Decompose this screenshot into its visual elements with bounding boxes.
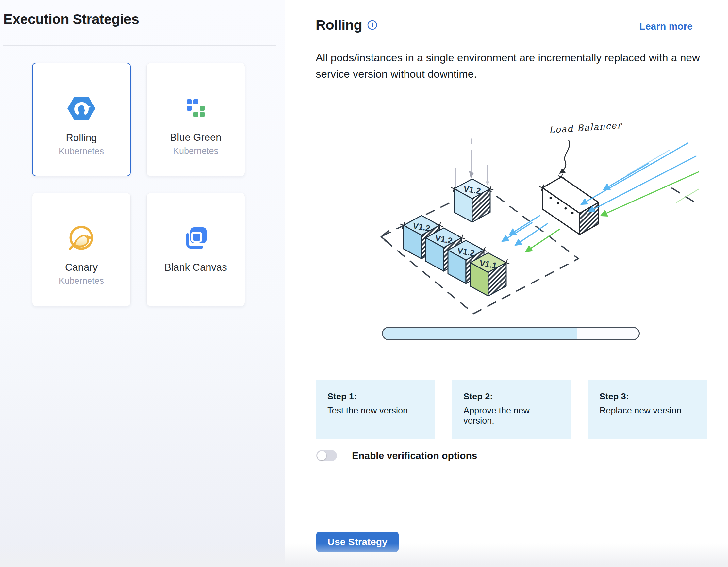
use-strategy-button[interactable]: Use Strategy [316,532,399,552]
strategy-card-sublabel: Kubernetes [173,146,218,156]
verification-toggle-label: Enable verification options [352,450,477,461]
toggle-knob [317,451,326,460]
step-card: Step 3: Replace new version. [588,380,707,439]
canary-icon [67,222,95,255]
execution-strategies-screen: Execution Strategies Rolling Kubernetes [0,0,728,567]
step-text: Test the new version. [327,406,426,416]
steps-row: Step 1: Test the new version. Step 2: Ap… [316,380,707,439]
strategy-card-label: Rolling [66,132,97,144]
step-title: Step 3: [600,392,698,402]
verification-toggle-row: Enable verification options [316,450,477,461]
strategy-list-panel: Execution Strategies Rolling Kubernetes [0,0,285,567]
rolling-deployment-illustration: V1.2 V1.2 V1.2 V1.2 V1.1 [372,108,699,320]
strategy-card-canary[interactable]: Canary Kubernetes [32,193,131,306]
rollout-progress-bar [382,327,640,340]
strategy-title: Rolling [316,17,362,33]
strategy-card-label: Blue Green [170,132,222,143]
step-text: Approve the new version. [463,406,562,426]
left-panel-divider [3,45,276,46]
strategy-card-sublabel: Kubernetes [59,276,104,286]
rolling-icon [67,92,96,125]
strategy-card-label: Canary [65,262,98,274]
load-balancer-box [542,177,599,235]
step-card: Step 2: Approve the new version. [452,380,571,439]
step-title: Step 2: [463,392,562,402]
detail-header: Rolling [316,17,377,33]
page-title: Execution Strategies [3,11,139,27]
strategy-card-rolling[interactable]: Rolling Kubernetes [32,63,131,176]
learn-more-link[interactable]: Learn more [639,21,693,32]
strategy-card-blue-green[interactable]: Blue Green Kubernetes [146,63,245,176]
strategy-description: All pods/instances in a single environme… [316,50,708,82]
blue-green-icon [187,92,205,125]
callout-arrow [560,140,570,173]
strategy-card-sublabel: Kubernetes [59,146,104,157]
verification-toggle[interactable] [316,450,337,461]
blank-canvas-icon [183,222,208,255]
step-text: Replace new version. [600,406,698,416]
load-balancer-label: Load Balancer [548,120,623,135]
strategy-card-blank-canvas[interactable]: Blank Canvas [146,193,245,306]
step-title: Step 1: [327,392,426,402]
strategy-card-label: Blank Canvas [164,262,227,274]
strategy-detail-panel: Rolling Learn more All pods/instances in… [285,0,728,567]
progress-fill [383,328,577,339]
traffic-arrows [503,143,699,252]
info-icon[interactable] [367,20,377,30]
step-card: Step 1: Test the new version. [316,380,435,439]
